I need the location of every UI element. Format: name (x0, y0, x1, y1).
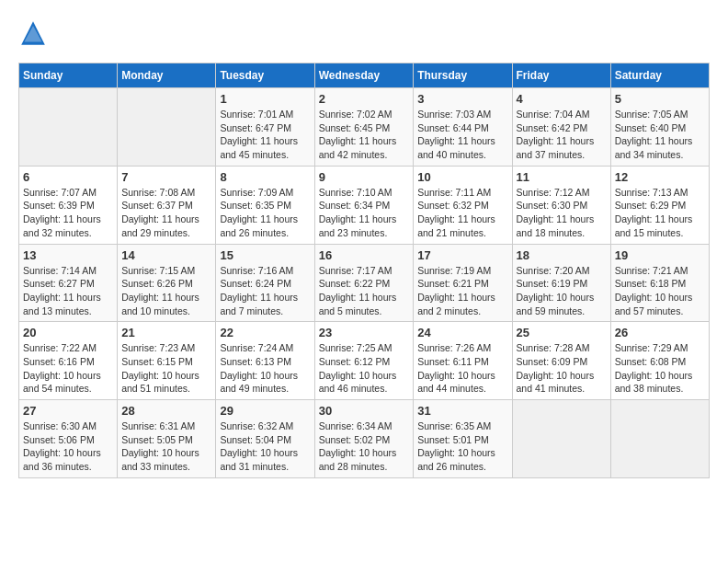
calendar-cell: 20Sunrise: 7:22 AMSunset: 6:16 PMDayligh… (19, 322, 118, 400)
day-number: 19 (615, 248, 705, 262)
day-info: Sunrise: 7:04 AMSunset: 6:42 PMDaylight:… (517, 108, 607, 162)
day-number: 6 (23, 170, 113, 184)
calendar-cell (610, 400, 709, 478)
day-info: Sunrise: 6:35 AMSunset: 5:01 PMDaylight:… (417, 419, 507, 474)
day-number: 29 (220, 404, 310, 418)
calendar-cell: 5Sunrise: 7:05 AMSunset: 6:40 PMDaylight… (610, 88, 709, 167)
col-sunday: Sunday (19, 63, 118, 88)
day-number: 25 (517, 326, 607, 339)
day-number: 27 (23, 404, 113, 418)
calendar-cell: 2Sunrise: 7:02 AMSunset: 6:45 PMDaylight… (314, 88, 414, 167)
calendar-cell: 11Sunrise: 7:12 AMSunset: 6:30 PMDayligh… (512, 166, 610, 244)
day-number: 12 (615, 170, 705, 184)
calendar-cell: 1Sunrise: 7:01 AMSunset: 6:47 PMDaylight… (216, 88, 314, 167)
day-info: Sunrise: 7:25 AMSunset: 6:12 PMDaylight:… (319, 341, 410, 396)
day-info: Sunrise: 7:29 AMSunset: 6:08 PMDaylight:… (615, 341, 705, 396)
day-number: 7 (121, 170, 211, 184)
day-number: 21 (121, 326, 211, 339)
calendar-cell: 3Sunrise: 7:03 AMSunset: 6:44 PMDaylight… (414, 88, 512, 167)
day-number: 26 (615, 326, 705, 339)
calendar-cell: 25Sunrise: 7:28 AMSunset: 6:09 PMDayligh… (512, 322, 610, 400)
day-info: Sunrise: 7:15 AMSunset: 6:26 PMDaylight:… (121, 264, 211, 318)
day-info: Sunrise: 7:03 AMSunset: 6:44 PMDaylight:… (417, 108, 507, 162)
day-info: Sunrise: 7:11 AMSunset: 6:32 PMDaylight:… (417, 186, 507, 240)
calendar-cell: 19Sunrise: 7:21 AMSunset: 6:18 PMDayligh… (610, 244, 709, 322)
page-header (18, 18, 710, 48)
day-number: 15 (220, 248, 310, 262)
day-number: 22 (220, 326, 310, 339)
calendar-header: Sunday Monday Tuesday Wednesday Thursday… (19, 63, 710, 88)
logo-icon (18, 18, 48, 48)
col-tuesday: Tuesday (216, 63, 314, 88)
day-number: 4 (517, 92, 607, 106)
calendar-cell: 24Sunrise: 7:26 AMSunset: 6:11 PMDayligh… (414, 322, 512, 400)
day-number: 16 (319, 248, 410, 262)
header-row: Sunday Monday Tuesday Wednesday Thursday… (19, 63, 710, 88)
calendar-week-3: 13Sunrise: 7:14 AMSunset: 6:27 PMDayligh… (19, 244, 710, 322)
calendar-cell (512, 400, 610, 478)
col-friday: Friday (512, 63, 610, 88)
day-info: Sunrise: 7:22 AMSunset: 6:16 PMDaylight:… (23, 341, 113, 396)
calendar-cell: 23Sunrise: 7:25 AMSunset: 6:12 PMDayligh… (314, 322, 414, 400)
day-info: Sunrise: 7:28 AMSunset: 6:09 PMDaylight:… (517, 341, 607, 396)
calendar-cell: 28Sunrise: 6:31 AMSunset: 5:05 PMDayligh… (118, 400, 216, 478)
day-number: 5 (615, 92, 705, 106)
day-info: Sunrise: 7:21 AMSunset: 6:18 PMDaylight:… (615, 264, 705, 318)
calendar-table: Sunday Monday Tuesday Wednesday Thursday… (18, 63, 710, 478)
day-number: 14 (121, 248, 211, 262)
day-number: 1 (220, 92, 310, 106)
calendar-cell: 7Sunrise: 7:08 AMSunset: 6:37 PMDaylight… (118, 166, 216, 244)
day-number: 8 (220, 170, 310, 184)
day-number: 9 (319, 170, 410, 184)
day-number: 28 (121, 404, 211, 418)
calendar-cell (118, 88, 216, 167)
calendar-week-4: 20Sunrise: 7:22 AMSunset: 6:16 PMDayligh… (19, 322, 710, 400)
day-info: Sunrise: 7:02 AMSunset: 6:45 PMDaylight:… (319, 108, 410, 162)
calendar-cell: 8Sunrise: 7:09 AMSunset: 6:35 PMDaylight… (216, 166, 314, 244)
day-info: Sunrise: 7:19 AMSunset: 6:21 PMDaylight:… (417, 264, 507, 318)
day-info: Sunrise: 7:23 AMSunset: 6:15 PMDaylight:… (121, 341, 211, 396)
calendar-cell: 26Sunrise: 7:29 AMSunset: 6:08 PMDayligh… (610, 322, 709, 400)
calendar-cell: 6Sunrise: 7:07 AMSunset: 6:39 PMDaylight… (19, 166, 118, 244)
day-number: 11 (517, 170, 607, 184)
calendar-body: 1Sunrise: 7:01 AMSunset: 6:47 PMDaylight… (19, 88, 710, 478)
day-number: 23 (319, 326, 410, 339)
calendar-cell: 12Sunrise: 7:13 AMSunset: 6:29 PMDayligh… (610, 166, 709, 244)
calendar-cell: 14Sunrise: 7:15 AMSunset: 6:26 PMDayligh… (118, 244, 216, 322)
day-number: 31 (417, 404, 507, 418)
day-info: Sunrise: 7:13 AMSunset: 6:29 PMDaylight:… (615, 186, 705, 240)
day-info: Sunrise: 7:09 AMSunset: 6:35 PMDaylight:… (220, 186, 310, 240)
day-info: Sunrise: 7:26 AMSunset: 6:11 PMDaylight:… (417, 341, 507, 396)
day-number: 20 (23, 326, 113, 339)
day-info: Sunrise: 7:08 AMSunset: 6:37 PMDaylight:… (121, 186, 211, 240)
day-info: Sunrise: 7:05 AMSunset: 6:40 PMDaylight:… (615, 108, 705, 162)
col-monday: Monday (118, 63, 216, 88)
calendar-cell (19, 88, 118, 167)
day-info: Sunrise: 7:14 AMSunset: 6:27 PMDaylight:… (23, 264, 113, 318)
day-info: Sunrise: 7:17 AMSunset: 6:22 PMDaylight:… (319, 264, 410, 318)
logo (18, 18, 51, 48)
calendar-cell: 16Sunrise: 7:17 AMSunset: 6:22 PMDayligh… (314, 244, 414, 322)
calendar-cell: 29Sunrise: 6:32 AMSunset: 5:04 PMDayligh… (216, 400, 314, 478)
day-number: 13 (23, 248, 113, 262)
day-info: Sunrise: 6:32 AMSunset: 5:04 PMDaylight:… (220, 419, 310, 474)
day-info: Sunrise: 6:31 AMSunset: 5:05 PMDaylight:… (121, 419, 211, 474)
day-number: 2 (319, 92, 410, 106)
day-info: Sunrise: 7:01 AMSunset: 6:47 PMDaylight:… (220, 108, 310, 162)
calendar-cell: 31Sunrise: 6:35 AMSunset: 5:01 PMDayligh… (414, 400, 512, 478)
day-info: Sunrise: 7:10 AMSunset: 6:34 PMDaylight:… (319, 186, 410, 240)
col-wednesday: Wednesday (314, 63, 414, 88)
calendar-week-2: 6Sunrise: 7:07 AMSunset: 6:39 PMDaylight… (19, 166, 710, 244)
day-number: 10 (417, 170, 507, 184)
day-info: Sunrise: 7:24 AMSunset: 6:13 PMDaylight:… (220, 341, 310, 396)
calendar-cell: 30Sunrise: 6:34 AMSunset: 5:02 PMDayligh… (314, 400, 414, 478)
day-number: 3 (417, 92, 507, 106)
day-info: Sunrise: 7:07 AMSunset: 6:39 PMDaylight:… (23, 186, 113, 240)
day-info: Sunrise: 7:20 AMSunset: 6:19 PMDaylight:… (517, 264, 607, 318)
calendar-cell: 22Sunrise: 7:24 AMSunset: 6:13 PMDayligh… (216, 322, 314, 400)
calendar-cell: 9Sunrise: 7:10 AMSunset: 6:34 PMDaylight… (314, 166, 414, 244)
day-info: Sunrise: 6:30 AMSunset: 5:06 PMDaylight:… (23, 419, 113, 474)
day-number: 24 (417, 326, 507, 339)
day-number: 18 (517, 248, 607, 262)
calendar-cell: 17Sunrise: 7:19 AMSunset: 6:21 PMDayligh… (414, 244, 512, 322)
